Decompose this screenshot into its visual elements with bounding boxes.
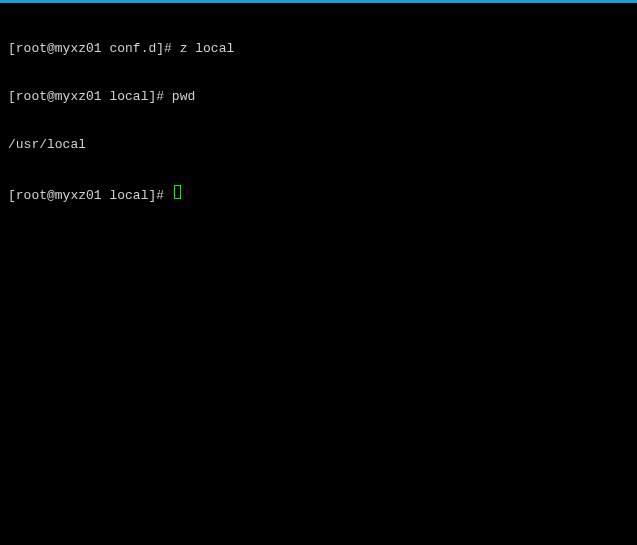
terminal-line: [root@myxz01 conf.d]# z local xyxy=(8,41,629,57)
prompt-dir: local xyxy=(102,188,149,204)
prompt-bracket-close: ]# xyxy=(156,41,179,57)
prompt-bracket-close: ]# xyxy=(148,188,171,204)
terminal-line: [root@myxz01 local]# pwd xyxy=(8,89,629,105)
prompt-bracket-open: [ xyxy=(8,188,16,204)
terminal-line: [root@myxz01 local]# xyxy=(8,185,629,204)
command-text: pwd xyxy=(172,89,195,105)
terminal-area[interactable]: [root@myxz01 conf.d]# z local [root@myxz… xyxy=(0,3,637,226)
prompt-dir: conf.d xyxy=(102,41,157,57)
prompt-user-host: root@myxz01 xyxy=(16,41,102,57)
prompt-bracket-open: [ xyxy=(8,41,16,57)
terminal-line: /usr/local xyxy=(8,137,629,153)
prompt-bracket-close: ]# xyxy=(148,89,171,105)
prompt-dir: local xyxy=(102,89,149,105)
command-output: /usr/local xyxy=(8,137,86,153)
prompt-bracket-open: [ xyxy=(8,89,16,105)
cursor-icon xyxy=(174,185,181,199)
prompt-user-host: root@myxz01 xyxy=(16,89,102,105)
command-text: z local xyxy=(180,41,235,57)
prompt-user-host: root@myxz01 xyxy=(16,188,102,204)
